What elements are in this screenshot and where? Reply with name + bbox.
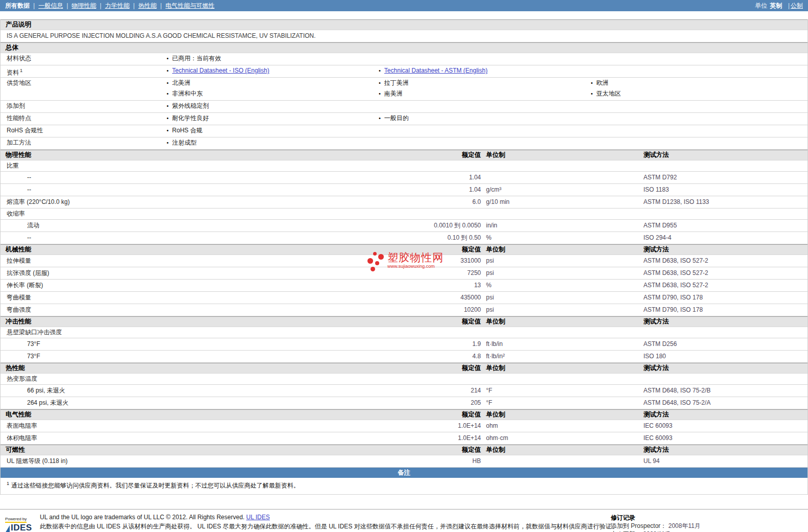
nav-item-4[interactable]: 热性能 bbox=[138, 2, 157, 9]
bullet-icon: • bbox=[379, 67, 381, 74]
product-description: IS A GENERAL PURPOSE INJECTION MOLDING A… bbox=[1, 30, 807, 42]
row-label: 收缩率 bbox=[1, 209, 25, 219]
column-header-value: 额定值 bbox=[393, 245, 481, 255]
section-title: 总体 bbox=[6, 44, 18, 51]
row-method: ASTM D955 bbox=[643, 220, 677, 232]
row-label: 73°F bbox=[1, 351, 40, 362]
datasheet-link[interactable]: Technical Datasheet - ASTM (English) bbox=[384, 67, 488, 74]
bullet-column: •一般目的 bbox=[379, 113, 409, 124]
property-row: 流动0.0010 到 0.0050in/inASTM D955 bbox=[1, 220, 807, 232]
bullet-item: •Technical Datasheet - ASTM (English) bbox=[379, 65, 488, 76]
general-row: 材料状态•已商用：当前有效 bbox=[1, 53, 807, 65]
property-row: 73°F1.9ft·lb/inASTM D256 bbox=[1, 338, 807, 351]
row-unit: % bbox=[486, 232, 492, 244]
section-title: 物理性能 bbox=[6, 151, 31, 158]
bullet-label: 亚太地区 bbox=[596, 90, 621, 97]
column-header-value: 额定值 bbox=[393, 317, 481, 327]
bullet-column: •拉丁美洲•南美洲 bbox=[379, 78, 409, 99]
column-header-unit: 单位制 bbox=[486, 445, 505, 455]
column-header-method: 测试方法 bbox=[643, 363, 669, 373]
nav-item-5[interactable]: 电气性能与可燃性 bbox=[166, 2, 215, 9]
property-row: 热变形温度 bbox=[1, 374, 807, 385]
nav-links: 所有数据|一般信息|物理性能|力学性能|热性能|电气性能与可燃性 bbox=[5, 0, 215, 11]
datasheet-page: 所有数据|一般信息|物理性能|力学性能|热性能|电气性能与可燃性 单位 英制 |… bbox=[0, 0, 808, 532]
row-unit: ohm bbox=[486, 420, 498, 432]
ul-ides-link[interactable]: UL IDES bbox=[246, 514, 270, 521]
bullet-item: •已商用：当前有效 bbox=[167, 53, 221, 64]
column-header-unit: 单位制 bbox=[486, 410, 505, 420]
footer-disclaimer-text: 此数据表中的信息由 UL IDES 从该材料的生产商处获得。 UL IDES 尽… bbox=[40, 522, 607, 531]
row-unit: °F bbox=[486, 385, 492, 397]
property-row: 弯曲模量435000psiASTM D790, ISO 178 bbox=[1, 292, 807, 304]
bullet-column: •紫外线稳定剂 bbox=[167, 101, 209, 111]
bullet-label: 南美洲 bbox=[384, 90, 403, 97]
footer-trademark-text: UL and the UL logo are trademarks of UL … bbox=[40, 514, 244, 521]
row-label: 性能特点 bbox=[7, 113, 31, 124]
row-value: 1.9 bbox=[393, 338, 481, 350]
datasheet-table: 产品说明 IS A GENERAL PURPOSE INJECTION MOLD… bbox=[0, 19, 808, 495]
row-value: 4.8 bbox=[393, 351, 481, 362]
bullet-label: 注射成型 bbox=[172, 139, 197, 146]
row-label: 264 psi, 未退火 bbox=[1, 397, 68, 409]
general-rows: 材料状态•已商用：当前有效资料1•Technical Datasheet - I… bbox=[1, 53, 807, 150]
bullet-icon: • bbox=[379, 90, 381, 97]
bullet-item: •亚太地区 bbox=[591, 88, 621, 99]
nav-item-1[interactable]: 一般信息 bbox=[38, 2, 63, 9]
row-label: -- bbox=[1, 232, 31, 244]
bullet-label: 非洲和中东 bbox=[172, 90, 203, 97]
section-header-general: 总体 bbox=[1, 42, 807, 53]
row-method: ASTM D1238, ISO 1133 bbox=[643, 196, 709, 208]
bullet-item: •RoHS 合规 bbox=[167, 125, 202, 136]
row-label: 熔流率 (220°C/10.0 kg) bbox=[1, 196, 70, 208]
ides-triangle-icon bbox=[5, 525, 10, 532]
row-label: 表面电阻率 bbox=[1, 420, 37, 432]
row-label: 抗张强度 (屈服) bbox=[1, 267, 49, 279]
row-method: ISO 180 bbox=[643, 351, 666, 362]
general-row: RoHS 合规性•RoHS 合规 bbox=[1, 125, 807, 137]
column-header-value: 额定值 bbox=[393, 150, 481, 160]
nav-item-0[interactable]: 所有数据 bbox=[5, 2, 30, 9]
row-method: IEC 60093 bbox=[643, 432, 673, 444]
property-row: 抗张强度 (屈服)7250psiASTM D638, ISO 527-2 bbox=[1, 267, 807, 280]
property-row: 体积电阻率1.0E+14ohm·cmIEC 60093 bbox=[1, 432, 807, 445]
revision-added-value: 2008年11月 bbox=[668, 522, 701, 529]
bullet-column: •耐化学性良好 bbox=[167, 113, 209, 124]
bullet-icon: • bbox=[167, 127, 169, 133]
row-value: 10200 bbox=[393, 304, 481, 316]
column-header-method: 测试方法 bbox=[643, 245, 669, 255]
nav-item-3[interactable]: 力学性能 bbox=[105, 2, 129, 9]
row-label: 弯曲模量 bbox=[1, 292, 31, 304]
row-label: 体积电阻率 bbox=[1, 432, 37, 444]
row-method: ASTM D790, ISO 178 bbox=[643, 292, 703, 304]
property-row: 熔流率 (220°C/10.0 kg)6.0g/10 minASTM D1238… bbox=[1, 196, 807, 209]
ides-logo-text: IDES bbox=[11, 523, 32, 532]
column-header-unit: 单位制 bbox=[486, 363, 505, 373]
datasheet-link[interactable]: Technical Datasheet - ISO (English) bbox=[172, 67, 269, 74]
general-row: 加工方法•注射成型 bbox=[1, 137, 807, 150]
column-header-method: 测试方法 bbox=[643, 150, 669, 160]
bullet-item: •北美洲 bbox=[167, 78, 203, 88]
row-value: 7250 bbox=[393, 267, 481, 279]
row-unit: psi bbox=[486, 304, 494, 316]
unit-imperial-current: 英制 bbox=[770, 2, 782, 9]
row-label: 材料状态 bbox=[7, 53, 31, 64]
row-value: 205 bbox=[393, 397, 481, 409]
units-label: 单位 bbox=[755, 2, 767, 9]
unit-metric-link[interactable]: 公制 bbox=[791, 2, 803, 9]
column-header-unit: 单位制 bbox=[486, 150, 505, 160]
property-row: --0.10 到 0.50%ISO 294-4 bbox=[1, 232, 807, 244]
row-unit: ft·lb/in² bbox=[486, 351, 505, 362]
nav-separator: | bbox=[160, 2, 162, 9]
nav-separator: | bbox=[788, 2, 790, 9]
section-title: 机械性能 bbox=[6, 246, 31, 253]
property-row: 264 psi, 未退火205°FASTM D648, ISO 75-2/A bbox=[1, 397, 807, 409]
nav-item-2[interactable]: 物理性能 bbox=[72, 2, 96, 9]
general-row: 性能特点•耐化学性良好•一般目的 bbox=[1, 113, 807, 125]
property-row: 比重 bbox=[1, 160, 807, 172]
bullet-icon: • bbox=[167, 90, 169, 97]
row-method: ASTM D256 bbox=[643, 338, 677, 350]
nav-separator: | bbox=[100, 2, 101, 9]
row-value: 6.0 bbox=[393, 196, 481, 208]
row-label: 弯曲强度 bbox=[1, 304, 31, 316]
row-method: ASTM D790, ISO 178 bbox=[643, 304, 703, 316]
